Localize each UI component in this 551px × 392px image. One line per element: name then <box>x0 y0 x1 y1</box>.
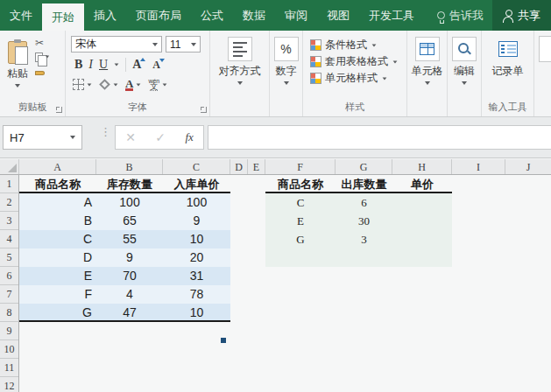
cell-c4[interactable]: 10 <box>163 230 230 248</box>
header-unit-price[interactable]: 单价 <box>392 175 452 192</box>
cells-button[interactable]: 单元格 <box>407 31 447 99</box>
cell-h2[interactable] <box>392 193 452 212</box>
cell-f5[interactable] <box>265 248 336 267</box>
cell-c7[interactable]: 78 <box>163 285 230 304</box>
row-header-3[interactable]: 3 <box>0 212 18 230</box>
tab-data[interactable]: 数据 <box>233 0 275 31</box>
cell-b7[interactable]: 4 <box>96 285 163 304</box>
cell-a6[interactable]: E <box>19 267 96 285</box>
underline-button[interactable]: U <box>99 58 108 72</box>
column-header-g[interactable]: G <box>336 159 392 174</box>
tell-me-button[interactable]: 告诉我 <box>428 0 492 31</box>
formula-input[interactable] <box>208 125 551 150</box>
row-header-9[interactable]: 9 <box>0 322 18 340</box>
cell-b5[interactable]: 9 <box>96 248 163 267</box>
cell-a5[interactable]: D <box>19 248 96 267</box>
tab-review[interactable]: 审阅 <box>275 0 317 31</box>
name-box-dropdown-arrow[interactable] <box>70 136 75 139</box>
increase-font-size-button[interactable]: A <box>132 58 141 72</box>
tab-home[interactable]: 开始 <box>42 4 84 31</box>
column-header-d[interactable]: D <box>230 159 248 174</box>
cell-c5[interactable]: 20 <box>163 248 230 267</box>
insert-function-icon[interactable]: fx <box>185 130 193 144</box>
tab-insert[interactable]: 插入 <box>84 0 126 31</box>
row-header-11[interactable]: 11 <box>0 359 18 377</box>
borders-button[interactable] <box>73 79 92 90</box>
header-product-name[interactable]: 商品名称 <box>19 175 96 192</box>
cell-c2[interactable]: 100 <box>163 193 230 212</box>
cell-a2[interactable]: A <box>19 193 96 212</box>
cell-f2[interactable]: C <box>265 193 336 212</box>
cell-h5[interactable] <box>392 248 452 267</box>
cell-a3[interactable]: B <box>19 212 96 230</box>
column-header-h[interactable]: H <box>392 159 452 174</box>
alignment-button[interactable]: 对齐方式 <box>210 31 269 99</box>
column-header-e[interactable]: E <box>248 159 265 174</box>
cell-styles-button[interactable]: 单元格样式 <box>310 70 406 87</box>
header-outbound-qty[interactable]: 出库数量 <box>336 175 392 192</box>
font-color-button[interactable]: A <box>125 79 141 91</box>
tab-view[interactable]: 视图 <box>317 0 359 31</box>
cell-g5[interactable] <box>336 248 392 267</box>
cell-a4[interactable]: C <box>19 230 96 248</box>
tab-page-layout[interactable]: 页面布局 <box>126 0 191 31</box>
row-header-10[interactable]: 10 <box>0 340 18 359</box>
row-header-5[interactable]: 5 <box>0 248 18 267</box>
cell-f4[interactable]: G <box>265 230 336 248</box>
cell-a8[interactable]: G <box>19 304 96 320</box>
select-all-corner[interactable] <box>0 159 19 174</box>
cell-c3[interactable]: 9 <box>163 212 230 230</box>
font-name-combo[interactable]: 宋体 <box>71 36 162 52</box>
editing-button[interactable]: 编辑 <box>448 31 481 99</box>
format-as-table-button[interactable]: 套用表格格式 <box>310 53 406 70</box>
column-header-c[interactable]: C <box>163 159 230 174</box>
cell-f3[interactable]: E <box>265 212 336 230</box>
row-header-8[interactable]: 8 <box>0 304 18 322</box>
tab-formulas[interactable]: 公式 <box>191 0 233 31</box>
partial-button[interactable] <box>539 36 551 62</box>
column-header-f[interactable]: F <box>265 159 336 174</box>
cell-b3[interactable]: 65 <box>96 212 163 230</box>
tab-developer[interactable]: 开发工具 <box>359 0 424 31</box>
row-header-7[interactable]: 7 <box>0 285 18 304</box>
cell-h4[interactable] <box>392 230 452 248</box>
bold-button[interactable]: B <box>74 58 82 72</box>
cell-a7[interactable]: F <box>19 285 96 304</box>
column-header-j[interactable]: J <box>505 159 551 174</box>
phonetic-guide-button[interactable]: wén 文 <box>148 78 167 91</box>
copy-button[interactable] <box>35 52 50 62</box>
clipboard-dialog-launcher-icon[interactable] <box>56 107 62 113</box>
column-header-i[interactable]: I <box>452 159 505 174</box>
column-header-a[interactable]: A <box>19 159 96 174</box>
fill-handle[interactable] <box>221 338 226 343</box>
font-size-combo[interactable]: 11 <box>166 36 201 52</box>
cell-g3[interactable]: 30 <box>336 212 392 230</box>
number-format-button[interactable]: % 数字 <box>270 31 302 99</box>
cell-c6[interactable]: 31 <box>163 267 230 285</box>
row-header-2[interactable]: 2 <box>0 193 18 212</box>
row-header-6[interactable]: 6 <box>0 267 18 285</box>
header-product-name-2[interactable]: 商品名称 <box>265 175 336 192</box>
paste-button[interactable]: 粘贴 <box>7 36 28 88</box>
row-header-1[interactable]: 1 <box>0 175 18 193</box>
cell-b8[interactable]: 47 <box>96 304 163 320</box>
underline-dropdown-arrow[interactable] <box>115 63 119 66</box>
record-form-button[interactable]: 记录单 <box>482 31 533 99</box>
row-header-12[interactable]: 12 <box>0 377 18 392</box>
header-stock-qty[interactable]: 库存数量 <box>96 175 163 192</box>
decrease-font-size-button[interactable]: A <box>152 59 160 72</box>
cut-button[interactable]: ✂ <box>35 38 50 48</box>
cancel-icon[interactable]: ✕ <box>125 130 136 144</box>
row-header-4[interactable]: 4 <box>0 230 18 248</box>
format-painter-button[interactable] <box>35 66 50 76</box>
font-dialog-launcher-icon[interactable] <box>201 107 207 113</box>
cell-g4[interactable]: 3 <box>336 230 392 248</box>
fill-color-button[interactable] <box>99 79 118 90</box>
tab-file[interactable]: 文件 <box>0 0 42 31</box>
cell-h3[interactable] <box>392 212 452 230</box>
name-box[interactable]: H7 <box>3 125 82 150</box>
header-inbound-price[interactable]: 入库单价 <box>163 175 230 192</box>
cell-g2[interactable]: 6 <box>336 193 392 212</box>
cell-c8[interactable]: 10 <box>163 304 230 320</box>
share-button[interactable]: 共享 <box>492 0 551 31</box>
